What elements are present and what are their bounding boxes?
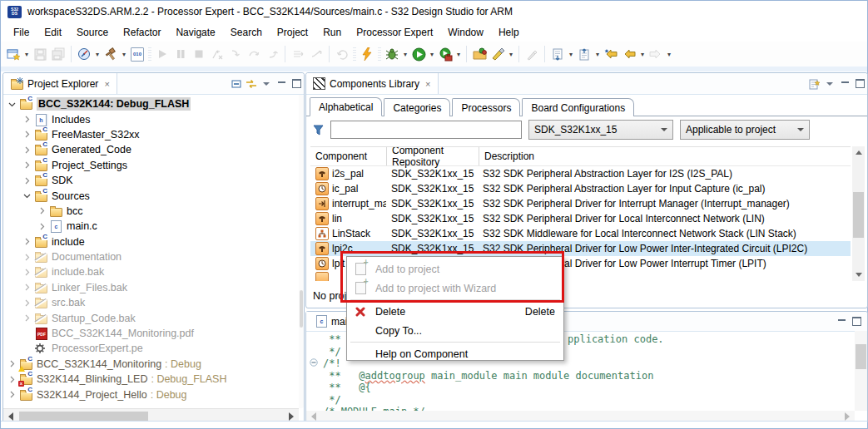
menu-file[interactable]: File	[6, 24, 37, 41]
tree-item-include-bak[interactable]: include.bak	[3, 264, 299, 279]
save-all-button[interactable]	[49, 45, 67, 63]
column-description[interactable]: Description	[479, 147, 851, 165]
maximize-view-icon[interactable]	[852, 76, 867, 91]
chevron-expanded-icon[interactable]	[22, 192, 31, 200]
scroll-thumb[interactable]	[19, 412, 148, 421]
scroll-left-icon[interactable]	[8, 412, 13, 421]
minimize-view-icon[interactable]	[274, 76, 289, 91]
chevron-collapsed-icon[interactable]	[22, 238, 31, 246]
menu-item-add-to-project[interactable]: Add to project	[347, 259, 563, 279]
chevron-collapsed-icon[interactable]	[22, 161, 31, 170]
back-to-last-edit-button[interactable]	[602, 45, 620, 63]
maximize-view-icon[interactable]	[289, 76, 304, 91]
open-pe-project-button[interactable]	[470, 45, 489, 63]
step-over-button[interactable]	[245, 45, 263, 63]
tree-item-sources[interactable]: C Sources	[3, 188, 299, 203]
project-explorer-close-icon[interactable]: ×	[104, 79, 109, 89]
chevron-collapsed-icon[interactable]	[22, 176, 31, 185]
chevron-collapsed-icon[interactable]	[22, 268, 31, 276]
binary-file-button[interactable]: 010	[128, 45, 146, 63]
menu-item-help-on-component[interactable]: Help on Component	[347, 344, 563, 363]
tree-item-freemaster[interactable]: C FreeMaster_S32xx	[3, 127, 299, 142]
tree-item-documentation[interactable]: Documentation	[3, 249, 299, 264]
menu-search[interactable]: Search	[223, 24, 270, 41]
maximize-view-icon[interactable]	[849, 314, 864, 329]
chevron-collapsed-icon[interactable]	[22, 298, 31, 307]
scroll-up-icon[interactable]	[852, 146, 865, 159]
tab-categories[interactable]: Categories	[384, 98, 450, 116]
restart-button[interactable]	[333, 45, 351, 63]
view-menu-icon[interactable]	[259, 76, 274, 91]
highlight-pen-button[interactable]	[489, 45, 507, 63]
column-repository[interactable]: Component Repository	[387, 147, 479, 165]
pe-generate-code-button[interactable]	[75, 45, 93, 63]
chevron-collapsed-icon[interactable]	[7, 360, 16, 368]
menu-navigate[interactable]: Navigate	[168, 24, 222, 41]
tree-item-include[interactable]: C include	[3, 234, 299, 249]
chevron-collapsed-icon[interactable]	[22, 284, 31, 292]
profile-dropdown[interactable]: ▾	[454, 45, 463, 63]
tree-item-bcc[interactable]: bcc	[3, 204, 299, 219]
back-button[interactable]	[620, 45, 638, 63]
scroll-down-icon[interactable]	[852, 269, 865, 281]
profile-button[interactable]	[436, 45, 454, 63]
project-explorer-vscrollbar[interactable]	[299, 95, 304, 408]
menu-project[interactable]: Project	[270, 24, 315, 41]
build-button[interactable]	[102, 45, 120, 63]
disconnect-button[interactable]	[208, 45, 226, 63]
components-library-tab[interactable]: Components Library ×	[306, 73, 439, 94]
scroll-left-icon[interactable]	[311, 412, 316, 421]
mark-occurrences-button[interactable]	[523, 45, 541, 63]
menu-processor-expert[interactable]: Processor Expert	[349, 24, 440, 41]
repository-dropdown[interactable]: SDK_S32K1xx_15	[528, 120, 673, 140]
column-component[interactable]: Component	[310, 147, 387, 165]
menu-item-copy-to[interactable]: Copy To...	[347, 321, 563, 340]
new-component-icon[interactable]	[807, 76, 822, 91]
run-button[interactable]	[409, 45, 428, 63]
pe-generate-dropdown[interactable]: ▾	[93, 45, 102, 63]
forward-dropdown[interactable]: ▾	[665, 45, 673, 63]
minimize-view-icon[interactable]	[834, 314, 849, 329]
table-row[interactable]: interrupt_mar SDK_S32K1xx_15 S32 SDK Per…	[310, 196, 851, 211]
scroll-right-icon[interactable]	[289, 412, 294, 421]
back-dropdown[interactable]: ▾	[638, 45, 647, 63]
tree-item-project-bcc[interactable]: C BCC_S32K144: Debug_FLASH	[3, 96, 299, 111]
filter-input[interactable]	[330, 121, 522, 139]
tab-processors[interactable]: Processors	[452, 98, 520, 116]
highlight-pen-dropdown[interactable]: ▾	[507, 45, 515, 63]
menu-run[interactable]: Run	[315, 24, 349, 41]
table-row[interactable]: ic_pal SDK_S32K1xx_15 S32 SDK Peripheral…	[310, 181, 851, 196]
menu-item-add-to-project-wizard[interactable]: Add to project with Wizard	[347, 279, 563, 298]
menu-edit[interactable]: Edit	[37, 24, 69, 41]
last-edit-location-dropdown[interactable]: ▾	[567, 45, 575, 63]
chevron-expanded-icon[interactable]	[7, 100, 16, 108]
menu-help[interactable]: Help	[491, 24, 527, 41]
menu-item-delete[interactable]: Delete Delete	[347, 302, 563, 321]
last-edit-location-button[interactable]	[548, 45, 567, 63]
tab-board-configurations[interactable]: Board Configurations	[522, 98, 634, 116]
tree-item-includes[interactable]: h Includes	[3, 111, 299, 126]
scope-dropdown[interactable]: Applicable to project	[680, 120, 810, 140]
scroll-thumb[interactable]	[853, 192, 864, 238]
menu-refactor[interactable]: Refactor	[116, 24, 168, 41]
collapse-all-icon[interactable]	[229, 76, 244, 91]
components-library-close-icon[interactable]: ×	[425, 79, 430, 89]
run-dropdown[interactable]: ▾	[428, 45, 436, 63]
chevron-collapsed-icon[interactable]	[37, 207, 46, 215]
table-row[interactable]: LinStack SDK_S32K1xx_15 S32 SDK Middlewa…	[310, 226, 851, 241]
build-dropdown[interactable]: ▾	[120, 45, 128, 63]
project-explorer-tab[interactable]: Project Explorer ×	[3, 73, 117, 94]
step-return-button[interactable]	[263, 45, 281, 63]
view-menu-icon[interactable]	[822, 76, 837, 91]
new-wizard-dropdown[interactable]: ▾	[22, 45, 31, 63]
link-with-editor-icon[interactable]	[244, 76, 259, 91]
previous-edit-location-dropdown[interactable]: ▾	[593, 45, 602, 63]
tree-item-processorexpert-pe[interactable]: ProcessorExpert.pe	[3, 341, 299, 356]
chevron-collapsed-icon[interactable]	[37, 222, 46, 230]
suspend-button[interactable]	[171, 45, 190, 63]
instruction-stepping-button[interactable]	[289, 45, 307, 63]
save-button[interactable]	[31, 45, 49, 63]
tree-item-project-blinking-led[interactable]: Cx S32K144_Blinking_LED: Debug_FLASH	[3, 372, 299, 387]
tree-item-src-bak[interactable]: src.bak	[3, 295, 299, 310]
tree-item-project-settings[interactable]: C Project_Settings	[3, 158, 299, 173]
